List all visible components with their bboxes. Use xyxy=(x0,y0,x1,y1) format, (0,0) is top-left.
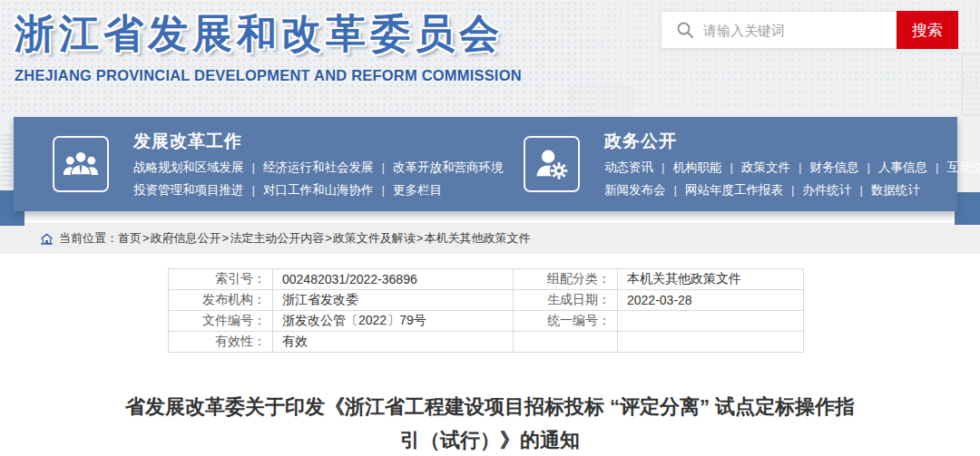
meta-label-empty xyxy=(514,332,618,353)
nav-link[interactable]: 经济运行和社会发展 xyxy=(263,160,393,174)
nav-link[interactable]: 改革开放和营商环境 xyxy=(393,160,504,174)
nav-section-government-affairs: 政务公开 动态资讯机构职能政策文件财务信息人事信息互动交流 新闻发布会网站年度工… xyxy=(524,117,980,211)
meta-value-empty xyxy=(618,332,804,353)
nav-link[interactable]: 网站年度工作报表 xyxy=(685,183,803,197)
meta-label-date-generated: 生成日期： xyxy=(514,290,618,311)
breadcrumb-item[interactable]: 政策文件及解读 xyxy=(324,230,416,247)
meta-value-category: 本机关其他政策文件 xyxy=(618,269,804,290)
breadcrumb-item[interactable]: 政府信息公开 xyxy=(142,230,221,247)
document-title: 省发展改革委关于印发《浙江省工程建设项目招标投标 “评定分离” 试点定标操作指引… xyxy=(116,390,864,456)
site-title: 浙江省发展和改革委员会 xyxy=(15,7,522,61)
meta-label-category: 组配分类： xyxy=(514,269,618,290)
nav-link[interactable]: 投资管理和项目推进 xyxy=(133,183,263,197)
page: 浙江省发展和改革委员会 ZHEJIANG PROVINCIAL DEVELOPM… xyxy=(0,0,980,456)
person-gear-icon xyxy=(533,145,571,183)
nav-section-texts: 发展改革工作 战略规划和区域发展经济运行和社会发展改革开放和营商环境 投资管理和… xyxy=(133,130,504,199)
meta-value-index-number: 002482031/2022-36896 xyxy=(273,269,514,290)
nav-link[interactable]: 互动交流 xyxy=(947,160,980,174)
breadcrumb: 当前位置： 首页政府信息公开法定主动公开内容政策文件及解读本机关其他政策文件 xyxy=(0,223,980,254)
meta-label-issuing-agency: 发布机构： xyxy=(169,290,273,311)
nav-section-icon-link[interactable] xyxy=(524,136,580,192)
nav-link[interactable]: 动态资讯 xyxy=(604,160,673,174)
nav-section-development-reform: 发展改革工作 战略规划和区域发展经济运行和社会发展改革开放和营商环境 投资管理和… xyxy=(53,117,504,211)
nav-link[interactable]: 办件统计 xyxy=(803,183,872,197)
meta-value-unified-number xyxy=(618,311,804,332)
meta-label-unified-number: 统一编号： xyxy=(514,311,618,332)
nav-link[interactable]: 机构职能 xyxy=(673,160,742,174)
meta-value-date-generated: 2022-03-28 xyxy=(618,290,804,311)
table-row: 发布机构： 浙江省发改委 生成日期： 2022-03-28 xyxy=(169,290,804,311)
search-bar: 搜索 xyxy=(661,11,958,49)
meta-table: 索引号： 002482031/2022-36896 组配分类： 本机关其他政策文… xyxy=(168,268,804,353)
nav-link[interactable]: 财务信息 xyxy=(810,160,879,174)
nav-links-row: 新闻发布会网站年度工作报表办件统计数据统计 xyxy=(604,182,980,199)
meta-label-index-number: 索引号： xyxy=(169,269,273,290)
search-button[interactable]: 搜索 xyxy=(897,11,958,49)
breadcrumb-item[interactable]: 法定主动公开内容 xyxy=(221,230,325,247)
table-row: 索引号： 002482031/2022-36896 组配分类： 本机关其他政策文… xyxy=(169,269,804,290)
breadcrumb-item-home[interactable]: 首页 xyxy=(118,230,142,247)
nav-links-row: 投资管理和项目推进对口工作和山海协作更多栏目 xyxy=(133,182,504,199)
nav-link[interactable]: 数据统计 xyxy=(871,183,920,197)
nav-link[interactable]: 人事信息 xyxy=(878,160,947,174)
nav-link[interactable]: 新闻发布会 xyxy=(604,183,685,197)
people-group-icon xyxy=(62,145,100,183)
meta-value-document-number: 浙发改公管〔2022〕79号 xyxy=(273,311,514,332)
nav-section-title[interactable]: 政务公开 xyxy=(604,130,980,153)
meta-value-issuing-agency: 浙江省发改委 xyxy=(273,290,514,311)
nav-links-row: 动态资讯机构职能政策文件财务信息人事信息互动交流 xyxy=(604,160,980,176)
breadcrumb-item-current[interactable]: 本机关其他政策文件 xyxy=(416,230,531,247)
nav-section-texts: 政务公开 动态资讯机构职能政策文件财务信息人事信息互动交流 新闻发布会网站年度工… xyxy=(604,130,980,199)
table-row: 有效性： 有效 xyxy=(169,332,804,353)
site-brand: 浙江省发展和改革委员会 ZHEJIANG PROVINCIAL DEVELOPM… xyxy=(15,7,522,84)
breadcrumb-label: 当前位置： xyxy=(59,230,118,247)
meta-label-document-number: 文件编号： xyxy=(169,311,273,332)
nav-section-icon-link[interactable] xyxy=(53,136,109,192)
site-subtitle: ZHEJIANG PROVINCIAL DEVELOPMENT AND REFO… xyxy=(15,67,522,84)
search-icon xyxy=(676,21,694,39)
nav-link[interactable]: 更多栏目 xyxy=(393,183,442,197)
meta-label-validity: 有效性： xyxy=(169,332,273,353)
nav-link[interactable]: 对口工作和山海协作 xyxy=(263,183,393,197)
main-nav: 发展改革工作 战略规划和区域发展经济运行和社会发展改革开放和营商环境 投资管理和… xyxy=(14,117,957,211)
nav-link[interactable]: 政策文件 xyxy=(741,160,810,174)
table-row: 文件编号： 浙发改公管〔2022〕79号 统一编号： xyxy=(169,311,804,332)
search-input[interactable] xyxy=(703,23,897,38)
nav-link[interactable]: 战略规划和区域发展 xyxy=(133,160,263,174)
meta-value-validity: 有效 xyxy=(273,332,514,353)
nav-links-row: 战略规划和区域发展经济运行和社会发展改革开放和营商环境 xyxy=(133,160,504,176)
nav-section-title[interactable]: 发展改革工作 xyxy=(133,130,504,153)
home-icon[interactable] xyxy=(40,232,54,246)
